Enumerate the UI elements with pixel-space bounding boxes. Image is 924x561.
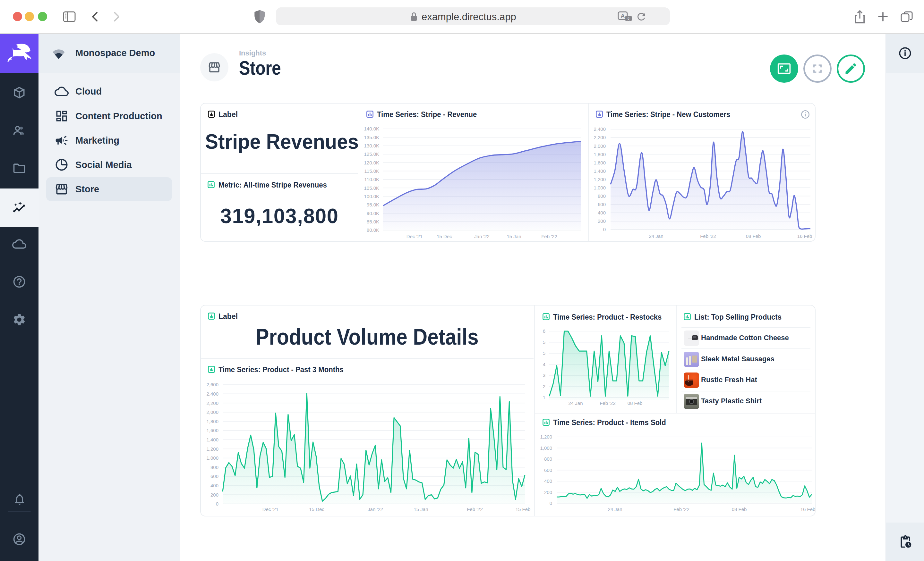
svg-text:Feb '22: Feb '22 [541,234,557,239]
svg-text:1,000: 1,000 [540,445,552,451]
svg-text:5: 5 [543,350,545,356]
svg-text:0: 0 [550,500,552,506]
svg-text:110.0K: 110.0K [364,177,379,182]
svg-text:15 Dec: 15 Dec [436,234,452,239]
svg-text:15 Feb: 15 Feb [516,507,531,512]
svg-text:2,000: 2,000 [206,409,219,415]
svg-text:08 Feb: 08 Feb [627,400,643,406]
svg-text:80.0K: 80.0K [367,227,379,233]
svg-text:130.0K: 130.0K [364,143,379,148]
svg-text:1,000: 1,000 [206,455,219,461]
svg-text:140.0K: 140.0K [364,126,379,132]
svg-text:1,000: 1,000 [594,185,606,190]
svg-text:2,400: 2,400 [594,126,606,132]
svg-text:16 Feb: 16 Feb [797,233,812,239]
svg-text:200: 200 [210,492,219,498]
svg-text:95.0K: 95.0K [367,202,379,207]
svg-text:5: 5 [543,340,545,345]
svg-text:0: 0 [603,227,606,232]
svg-text:800: 800 [598,193,606,199]
svg-text:85.0K: 85.0K [367,219,379,224]
svg-text:A: A [621,13,625,19]
svg-text:90.0K: 90.0K [367,211,379,216]
svg-text:Feb '22: Feb '22 [467,507,483,512]
svg-text:1: 1 [543,395,545,400]
svg-text:2,200: 2,200 [206,400,219,406]
svg-text:24 Jan: 24 Jan [608,507,622,512]
svg-text:125.0K: 125.0K [364,151,379,157]
svg-text:200: 200 [598,218,606,224]
svg-text:400: 400 [598,210,606,215]
svg-text:08 Feb: 08 Feb [732,507,747,512]
svg-text:1,600: 1,600 [206,428,219,433]
svg-text:15 Dec: 15 Dec [309,507,324,512]
svg-text:4: 4 [543,362,545,367]
svg-text:Dec '21: Dec '21 [406,234,423,239]
svg-text:105.0K: 105.0K [364,185,379,191]
svg-text:2,000: 2,000 [594,143,606,149]
svg-text:1,800: 1,800 [594,152,606,157]
svg-text:600: 600 [210,473,219,479]
svg-text:15 Jan: 15 Jan [507,234,521,239]
svg-text:16 Feb: 16 Feb [801,507,816,512]
svg-text:800: 800 [210,465,219,470]
svg-text:1,200: 1,200 [594,177,606,182]
svg-text:文: 文 [627,16,630,21]
svg-text:200: 200 [544,489,552,495]
svg-text:6: 6 [543,328,545,334]
svg-text:1,200: 1,200 [206,446,219,452]
svg-text:1,400: 1,400 [206,437,219,442]
svg-text:Dec '21: Dec '21 [262,507,279,512]
svg-text:1,400: 1,400 [594,168,606,174]
svg-text:Feb '22: Feb '22 [700,233,716,239]
svg-text:08 Feb: 08 Feb [746,233,761,239]
svg-text:24 Jan: 24 Jan [568,400,583,406]
svg-text:800: 800 [544,456,552,462]
svg-text:600: 600 [544,467,552,473]
svg-text:Jan '22: Jan '22 [474,234,490,239]
svg-text:15 Jan: 15 Jan [414,507,428,512]
svg-text:400: 400 [210,483,219,488]
svg-text:0: 0 [216,501,219,507]
svg-text:2,400: 2,400 [206,391,219,396]
svg-text:Feb '22: Feb '22 [600,400,616,406]
svg-text:400: 400 [544,478,552,484]
svg-text:100.0K: 100.0K [364,194,379,199]
svg-text:1,800: 1,800 [206,419,219,424]
svg-text:600: 600 [598,202,606,207]
svg-text:Feb '22: Feb '22 [674,507,690,512]
svg-text:115.0K: 115.0K [364,168,379,174]
svg-text:1,200: 1,200 [540,434,552,440]
svg-text:Jan '22: Jan '22 [368,507,383,512]
svg-text:135.0K: 135.0K [364,135,379,140]
svg-text:120.0K: 120.0K [364,160,379,165]
svg-text:24 Jan: 24 Jan [649,233,663,239]
svg-text:2,600: 2,600 [206,382,219,387]
svg-text:2: 2 [543,384,545,389]
svg-text:3: 3 [543,373,545,378]
svg-text:2,200: 2,200 [594,135,606,140]
svg-text:1,600: 1,600 [594,160,606,165]
